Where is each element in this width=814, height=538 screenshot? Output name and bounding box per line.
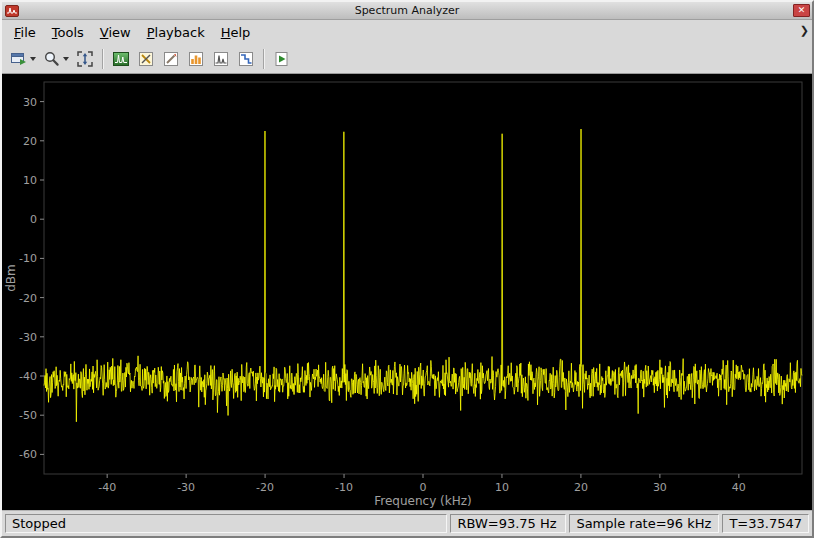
svg-text:30: 30	[653, 481, 667, 494]
fit-to-view-icon	[76, 50, 94, 68]
status-bar: Stopped RBW=93.75 Hz Sample rate=96 kHz …	[2, 510, 812, 536]
toolbar-separator	[102, 49, 104, 69]
menu-overflow-arrow[interactable]: ❯	[800, 24, 809, 37]
svg-text:40: 40	[732, 481, 746, 494]
fit-to-view-button[interactable]	[73, 47, 97, 71]
status-state: Stopped	[5, 514, 447, 533]
svg-text:-50: -50	[19, 409, 37, 422]
zoom-button[interactable]	[40, 47, 72, 71]
menu-view[interactable]: View	[92, 22, 139, 43]
spectrum-plot-area[interactable]: -40-30-20-100102030403020100-10-20-30-40…	[2, 74, 812, 510]
svg-text:30: 30	[23, 96, 37, 109]
spectrum-analyzer-window: Spectrum Analyzer ✕ File Tools View Play…	[0, 0, 814, 538]
svg-text:0: 0	[30, 213, 37, 226]
spectrum-chart[interactable]: -40-30-20-100102030403020100-10-20-30-40…	[2, 74, 812, 510]
spectrum-settings-button[interactable]	[109, 47, 133, 71]
status-sample-rate: Sample rate=96 kHz	[569, 514, 719, 533]
peak-finder-icon	[162, 50, 180, 68]
distortion-measurements-icon	[212, 50, 230, 68]
cursor-measurements-icon	[137, 50, 155, 68]
menu-tools[interactable]: Tools	[44, 22, 92, 43]
svg-text:0: 0	[420, 481, 427, 494]
svg-text:-40: -40	[19, 370, 37, 383]
menu-playback[interactable]: Playback	[139, 22, 213, 43]
svg-text:-20: -20	[256, 481, 274, 494]
export-button[interactable]	[7, 47, 39, 71]
svg-text:-20: -20	[19, 292, 37, 305]
svg-text:20: 20	[23, 135, 37, 148]
status-rbw: RBW=93.75 Hz	[450, 514, 566, 533]
playback-button[interactable]	[270, 47, 294, 71]
svg-text:Frequency (kHz): Frequency (kHz)	[374, 494, 471, 508]
menu-help[interactable]: Help	[213, 22, 259, 43]
close-button[interactable]: ✕	[793, 4, 810, 17]
status-time: T=33.7547	[722, 514, 809, 533]
export-dropdown-caret[interactable]	[30, 57, 36, 61]
svg-text:10: 10	[23, 174, 37, 187]
svg-text:10: 10	[495, 481, 509, 494]
ccdf-measurements-icon	[237, 50, 255, 68]
peak-finder-button[interactable]	[159, 47, 183, 71]
svg-text:-10: -10	[19, 252, 37, 265]
title-bar[interactable]: Spectrum Analyzer ✕	[2, 2, 812, 20]
spectrum-settings-icon	[112, 50, 130, 68]
channel-measurements-icon	[187, 50, 205, 68]
zoom-dropdown-caret[interactable]	[63, 57, 69, 61]
ccdf-measurements-button[interactable]	[234, 47, 258, 71]
svg-text:-10: -10	[335, 481, 353, 494]
distortion-measurements-button[interactable]	[209, 47, 233, 71]
svg-text:-30: -30	[177, 481, 195, 494]
menu-bar: File Tools View Playback Help ❯	[2, 20, 812, 44]
window-title: Spectrum Analyzer	[2, 4, 812, 17]
menu-file[interactable]: File	[6, 22, 44, 43]
svg-text:20: 20	[574, 481, 588, 494]
svg-text:-40: -40	[98, 481, 116, 494]
toolbar-separator	[263, 49, 265, 69]
svg-text:dBm: dBm	[4, 264, 18, 292]
svg-text:-60: -60	[19, 448, 37, 461]
cursor-measurements-button[interactable]	[134, 47, 158, 71]
toolbar	[2, 44, 812, 74]
channel-measurements-button[interactable]	[184, 47, 208, 71]
playback-icon	[273, 50, 291, 68]
window-export-icon	[10, 50, 28, 68]
magnifier-icon	[43, 50, 61, 68]
svg-text:-30: -30	[19, 331, 37, 344]
